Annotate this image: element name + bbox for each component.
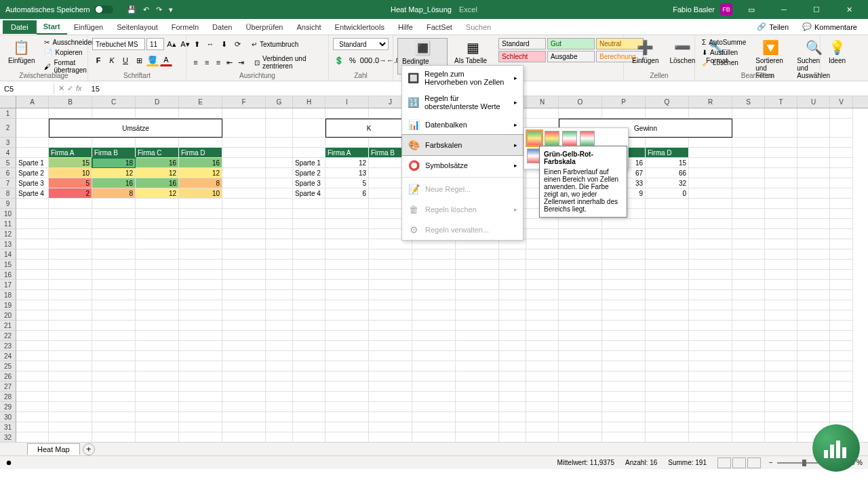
cell[interactable]: 2 bbox=[49, 188, 92, 199]
cell[interactable] bbox=[136, 229, 179, 239]
cell[interactable] bbox=[266, 188, 293, 199]
cell[interactable] bbox=[559, 412, 602, 422]
cell[interactable] bbox=[179, 412, 222, 422]
currency-icon[interactable]: 💲 bbox=[333, 54, 345, 66]
cell[interactable] bbox=[689, 280, 732, 290]
cell[interactable] bbox=[765, 199, 797, 209]
cell[interactable] bbox=[49, 361, 92, 371]
cell[interactable] bbox=[797, 402, 830, 412]
indent-dec-icon[interactable]: ⇤ bbox=[224, 56, 235, 68]
cell[interactable] bbox=[646, 371, 689, 382]
cell[interactable] bbox=[179, 351, 222, 361]
cell[interactable] bbox=[326, 249, 369, 260]
cell[interactable]: Sparte 1 bbox=[293, 158, 326, 168]
cell[interactable] bbox=[689, 300, 732, 310]
row-header[interactable]: 11 bbox=[0, 219, 16, 229]
cell[interactable] bbox=[602, 260, 646, 270]
row-header[interactable]: 28 bbox=[0, 392, 16, 402]
cell[interactable] bbox=[797, 371, 830, 382]
cell[interactable]: Sparte 3 bbox=[293, 178, 326, 188]
cell[interactable] bbox=[765, 371, 797, 382]
cell[interactable] bbox=[369, 432, 412, 442]
cell[interactable] bbox=[179, 108, 222, 119]
cell[interactable] bbox=[326, 290, 369, 300]
cell[interactable] bbox=[732, 148, 765, 158]
cell[interactable] bbox=[49, 280, 92, 290]
cell[interactable] bbox=[179, 371, 222, 382]
cell[interactable] bbox=[830, 280, 853, 290]
cell[interactable] bbox=[49, 108, 92, 119]
cell[interactable] bbox=[16, 239, 49, 249]
col-Q[interactable]: Q bbox=[646, 96, 689, 108]
cell[interactable] bbox=[689, 148, 732, 158]
row-header[interactable]: 12 bbox=[0, 229, 16, 239]
cell[interactable] bbox=[293, 310, 326, 321]
cell[interactable] bbox=[797, 138, 830, 148]
cell[interactable] bbox=[266, 138, 293, 148]
cell[interactable] bbox=[732, 412, 765, 422]
cell[interactable] bbox=[266, 199, 293, 209]
cell[interactable] bbox=[412, 361, 456, 371]
cell[interactable] bbox=[602, 249, 646, 260]
cell[interactable]: 5 bbox=[49, 178, 92, 188]
cell[interactable] bbox=[326, 280, 369, 290]
cell[interactable] bbox=[797, 300, 830, 310]
cell[interactable] bbox=[797, 382, 830, 392]
cell[interactable] bbox=[179, 199, 222, 209]
cell[interactable] bbox=[326, 138, 369, 148]
cell[interactable] bbox=[689, 229, 732, 239]
cell[interactable] bbox=[646, 361, 689, 371]
cell[interactable] bbox=[179, 392, 222, 402]
cell[interactable] bbox=[526, 260, 559, 270]
row-header[interactable]: 23 bbox=[0, 341, 16, 351]
cell[interactable] bbox=[830, 119, 853, 138]
cell[interactable] bbox=[136, 199, 179, 209]
cell[interactable] bbox=[797, 290, 830, 300]
view-layout-icon[interactable] bbox=[732, 458, 746, 468]
cell[interactable] bbox=[602, 412, 646, 422]
cell[interactable] bbox=[732, 119, 765, 138]
cell[interactable] bbox=[326, 371, 369, 382]
cell[interactable] bbox=[369, 300, 412, 310]
autosum-button[interactable]: Σ AutoSumme bbox=[699, 38, 749, 47]
cell[interactable] bbox=[689, 310, 732, 321]
cell[interactable] bbox=[16, 199, 49, 209]
cf-color-scales[interactable]: 🎨Farbskalen▸ bbox=[401, 134, 524, 156]
cell[interactable] bbox=[526, 361, 559, 371]
cell[interactable]: 12 bbox=[179, 168, 222, 178]
cell[interactable] bbox=[830, 138, 853, 148]
cell[interactable] bbox=[765, 341, 797, 351]
cell[interactable] bbox=[326, 382, 369, 392]
cell[interactable] bbox=[526, 412, 559, 422]
style-gut[interactable]: Gut bbox=[547, 38, 595, 49]
cf-clear-rules[interactable]: 🗑Regeln löschen▸ bbox=[402, 199, 523, 220]
cell[interactable] bbox=[765, 361, 797, 371]
row-header[interactable]: 25 bbox=[0, 361, 16, 371]
cell[interactable] bbox=[293, 422, 326, 432]
cell[interactable] bbox=[136, 371, 179, 382]
cell[interactable] bbox=[732, 270, 765, 280]
cell[interactable] bbox=[49, 270, 92, 280]
delete-cells-button[interactable]: ➖Löschen bbox=[665, 38, 699, 66]
cell[interactable] bbox=[765, 432, 797, 442]
cell[interactable] bbox=[499, 270, 526, 280]
cell[interactable]: 66 bbox=[646, 168, 689, 178]
cell[interactable] bbox=[326, 392, 369, 402]
cell[interactable] bbox=[732, 158, 765, 168]
cell[interactable] bbox=[559, 270, 602, 280]
cell[interactable] bbox=[765, 331, 797, 341]
cell[interactable] bbox=[222, 260, 266, 270]
cell[interactable] bbox=[732, 239, 765, 249]
cell[interactable] bbox=[266, 351, 293, 361]
cell[interactable] bbox=[326, 239, 369, 249]
cell[interactable]: 16 bbox=[136, 158, 179, 168]
cell[interactable] bbox=[412, 432, 456, 442]
cell[interactable] bbox=[222, 168, 266, 178]
align-left-icon[interactable]: ≡ bbox=[191, 56, 201, 68]
cell[interactable]: 6 bbox=[326, 188, 369, 199]
cell[interactable] bbox=[49, 382, 92, 392]
cell[interactable] bbox=[293, 341, 326, 351]
cell[interactable] bbox=[526, 382, 559, 392]
cell[interactable] bbox=[526, 392, 559, 402]
cell[interactable] bbox=[499, 280, 526, 290]
